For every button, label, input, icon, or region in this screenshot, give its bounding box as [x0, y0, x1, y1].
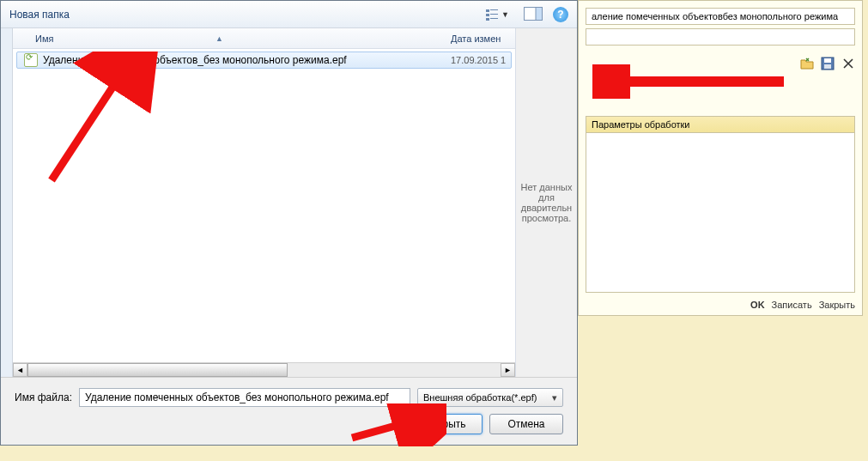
help-icon[interactable]: ? — [553, 7, 568, 22]
dialog-nav-strip — [1, 28, 13, 377]
scroll-right-icon[interactable]: ► — [501, 363, 515, 377]
params-panel-header: Параметры обработки — [586, 117, 854, 133]
dialog-footer: Имя файла: Внешняя обработка(*.epf) Откр… — [1, 377, 577, 445]
params-panel-body — [586, 133, 854, 292]
svg-rect-2 — [824, 64, 831, 69]
file-list: Удаление помеченных объектов_без монопол… — [13, 49, 515, 362]
svg-rect-6 — [490, 14, 498, 15]
filetype-combobox[interactable]: Внешняя обработка(*.epf) — [417, 388, 563, 407]
new-folder-button[interactable]: Новая папка — [9, 9, 70, 21]
svg-rect-8 — [490, 18, 498, 19]
file-open-dialog: Новая папка ▼ ? Имя ▲ Дата измен Удал — [0, 0, 578, 446]
sort-asc-icon: ▲ — [215, 34, 223, 43]
column-date[interactable]: Дата измен — [451, 33, 515, 44]
preview-pane-button[interactable] — [524, 7, 543, 22]
svg-rect-7 — [486, 18, 489, 21]
svg-rect-4 — [490, 9, 498, 10]
file-row[interactable]: Удаление помеченных объектов_без монопол… — [16, 52, 512, 69]
preview-pane-icon — [524, 7, 543, 21]
svg-rect-1 — [824, 58, 831, 63]
list-icon — [485, 8, 499, 21]
chevron-down-icon: ▼ — [501, 10, 509, 19]
preview-pane: Нет данных для дварительн просмотра. — [515, 28, 577, 377]
background-app-window: аление помеченных объектовбез монопольно… — [578, 0, 863, 316]
filename-label: Имя файла: — [15, 391, 72, 403]
scroll-left-icon[interactable]: ◄ — [13, 363, 27, 377]
svg-rect-10 — [536, 7, 543, 20]
save-button[interactable]: Записать — [772, 300, 812, 310]
object-title-field[interactable]: аление помеченных объектовбез монопольно… — [586, 8, 855, 25]
close-button[interactable]: Закрыть — [819, 300, 855, 310]
filename-input[interactable] — [79, 388, 410, 407]
epf-file-icon — [24, 53, 38, 67]
file-row-date: 17.09.2015 1 — [451, 55, 511, 65]
filetype-label: Внешняя обработка(*.epf) — [423, 392, 537, 403]
view-mode-button[interactable]: ▼ — [481, 5, 513, 24]
cancel-button[interactable]: Отмена — [489, 414, 563, 434]
object-toolbar — [586, 54, 855, 73]
ok-button[interactable]: OK — [750, 300, 765, 310]
params-panel: Параметры обработки — [586, 116, 855, 293]
file-row-name: Удаление помеченных объектов_без монопол… — [43, 54, 451, 66]
save-icon[interactable] — [821, 57, 835, 70]
scrollbar-thumb[interactable] — [27, 363, 288, 377]
column-name[interactable]: Имя ▲ — [35, 33, 451, 44]
folder-open-icon[interactable] — [800, 57, 814, 70]
horizontal-scrollbar[interactable]: ◄ ► — [13, 362, 515, 377]
svg-rect-3 — [486, 9, 489, 12]
dialog-toolbar: Новая папка ▼ ? — [1, 1, 577, 28]
open-button[interactable]: Открыть — [409, 414, 483, 434]
file-list-header: Имя ▲ Дата измен — [13, 28, 515, 49]
app-footer: OK Записать Закрыть — [586, 300, 855, 310]
svg-rect-5 — [486, 14, 489, 16]
object-blank-field[interactable] — [586, 28, 855, 45]
close-icon[interactable] — [841, 57, 855, 70]
